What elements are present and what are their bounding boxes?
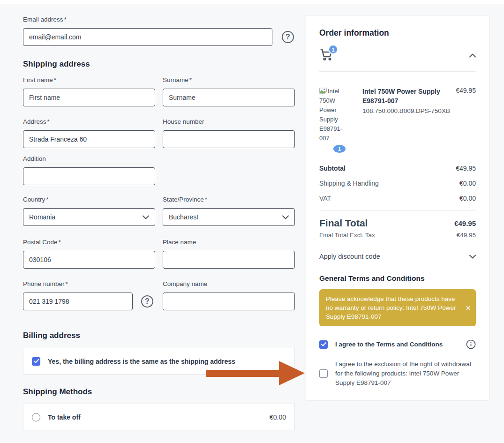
- broken-image-icon: [319, 88, 327, 94]
- email-help-icon[interactable]: ?: [282, 31, 294, 43]
- addition-label: Addition: [23, 155, 155, 163]
- cart-count-badge: 1: [328, 45, 338, 54]
- final-total-row: Final Total €49.95: [319, 218, 476, 229]
- terms-agree-checkbox[interactable]: [319, 340, 328, 349]
- top-white-strip: [0, 0, 504, 4]
- postal-code-field: Postal Code*: [23, 238, 155, 269]
- company-field: Company name: [163, 280, 295, 310]
- first-name-input[interactable]: [23, 89, 155, 106]
- info-icon[interactable]: [466, 339, 476, 349]
- cart-summary-row[interactable]: 1: [319, 47, 476, 63]
- final-total-excl-row: Final Total Excl. Tax €49.95: [319, 232, 476, 239]
- phone-label: Phone number*: [23, 280, 155, 288]
- company-input[interactable]: [163, 293, 295, 310]
- house-number-label: House number: [163, 118, 295, 126]
- first-name-field: First name*: [23, 76, 155, 106]
- phone-field: Phone number* ?: [23, 280, 155, 310]
- place-name-label: Place name: [163, 238, 295, 247]
- vat-label: VAT: [319, 194, 331, 203]
- chevron-up-icon[interactable]: [469, 53, 476, 58]
- address-input[interactable]: [23, 130, 155, 148]
- shipping-handling-row: Shipping & Handling €0.00: [319, 179, 476, 188]
- product-qty-badge: 1: [332, 144, 346, 154]
- close-icon[interactable]: ×: [466, 304, 471, 312]
- apply-discount-label: Apply discount code: [319, 253, 380, 260]
- company-label: Company name: [163, 280, 295, 288]
- order-summary-panel: Order information 1 Intel 750W Power Sup…: [306, 15, 489, 400]
- chevron-down-icon: [469, 255, 476, 259]
- cart-product-row: Intel 750W Power Supply E98791-007 1 Int…: [319, 87, 476, 154]
- country-label: Country*: [23, 195, 155, 204]
- phone-help-icon[interactable]: ?: [141, 295, 153, 308]
- surname-field: Surname*: [163, 76, 295, 106]
- divider: [319, 210, 476, 211]
- product-image-alt-text: Intel 750W Power Supply E98791-007: [319, 88, 342, 142]
- order-information-heading: Order information: [319, 28, 476, 38]
- billing-same-card: Yes, the billing address is the same as …: [23, 348, 295, 375]
- final-total-excl-label: Final Total Excl. Tax: [319, 232, 375, 239]
- terms-agree-label: I agree to the Terms and Conditions: [335, 341, 443, 348]
- terms-agree-row: I agree to the Terms and Conditions: [319, 339, 476, 349]
- checkout-form: Email address* ? Shipping address First …: [23, 15, 295, 430]
- billing-same-label: Yes, the billing address is the same as …: [48, 358, 235, 365]
- shipping-method-price: €0.00: [270, 413, 286, 421]
- product-sku: 108.750.000.B009.DPS-750XB: [362, 106, 452, 116]
- email-row: ?: [23, 28, 295, 46]
- withdrawal-agree-checkbox[interactable]: [319, 369, 328, 378]
- chevron-down-icon: [143, 215, 149, 219]
- shipping-method-radio[interactable]: [32, 413, 40, 421]
- warranty-warning-text: Please acknowledge that these products h…: [326, 295, 456, 320]
- shipping-method-label: To take off: [48, 413, 81, 421]
- place-name-field: Place name: [163, 238, 295, 269]
- address-label: Address*: [23, 118, 155, 126]
- shipping-methods-heading: Shipping Methods: [23, 387, 295, 397]
- billing-address-heading: Billing address: [23, 331, 295, 340]
- addition-input[interactable]: [23, 167, 155, 185]
- country-selected-value: Romania: [29, 213, 55, 221]
- address-field: Address*: [23, 118, 155, 148]
- house-number-input[interactable]: [163, 130, 295, 148]
- postal-code-label: Postal Code*: [23, 238, 155, 247]
- billing-same-checkbox[interactable]: [32, 357, 40, 366]
- state-selected-value: Bucharest: [169, 213, 198, 221]
- product-name: Intel 750W Power Supply E98791-007: [362, 87, 452, 105]
- product-image-column: Intel 750W Power Supply E98791-007 1: [319, 87, 346, 154]
- vat-row: VAT €0.00: [319, 194, 476, 203]
- first-name-label: First name*: [23, 76, 155, 84]
- shipping-handling-label: Shipping & Handling: [319, 179, 379, 188]
- check-icon: [34, 359, 39, 363]
- subtotal-label: Subtotal: [319, 164, 346, 173]
- divider: [319, 71, 476, 72]
- surname-input[interactable]: [163, 89, 295, 106]
- email-label: Email address*: [23, 15, 295, 24]
- warranty-warning-alert: Please acknowledge that these products h…: [319, 289, 476, 326]
- place-name-input[interactable]: [163, 251, 295, 269]
- shipping-address-heading: Shipping address: [23, 60, 295, 69]
- phone-input[interactable]: [23, 293, 133, 310]
- apply-discount-toggle[interactable]: Apply discount code: [319, 253, 476, 260]
- withdrawal-agree-row: I agree to the exclusion of the right of…: [319, 360, 476, 388]
- product-price: €49.95: [456, 87, 476, 154]
- final-total-excl-value: €49.95: [457, 232, 476, 239]
- state-select[interactable]: Bucharest: [163, 208, 295, 226]
- email-input[interactable]: [23, 28, 272, 46]
- postal-code-input[interactable]: [23, 251, 155, 269]
- terms-heading: General Terms and Conditions: [319, 274, 476, 283]
- vat-value: €0.00: [459, 194, 476, 203]
- chevron-down-icon: [282, 215, 289, 219]
- subtotal-row: Subtotal €49.95: [319, 164, 476, 173]
- country-select[interactable]: Romania: [23, 208, 155, 226]
- shipping-handling-value: €0.00: [459, 179, 476, 188]
- cart-icon-wrap: 1: [319, 47, 336, 63]
- withdrawal-agree-label: I agree to the exclusion of the right of…: [335, 360, 472, 388]
- final-total-value: €49.95: [454, 219, 476, 227]
- subtotal-value: €49.95: [456, 164, 476, 173]
- product-details: Intel 750W Power Supply E98791-007 108.7…: [346, 87, 456, 154]
- final-total-label: Final Total: [319, 218, 368, 229]
- order-totals: Subtotal €49.95 Shipping & Handling €0.0…: [319, 164, 476, 203]
- shipping-method-row: To take off €0.00: [23, 404, 295, 430]
- surname-label: Surname*: [163, 76, 295, 84]
- check-icon: [321, 342, 326, 346]
- state-field: State/Province* Bucharest: [163, 195, 295, 226]
- house-number-field: House number: [163, 118, 295, 148]
